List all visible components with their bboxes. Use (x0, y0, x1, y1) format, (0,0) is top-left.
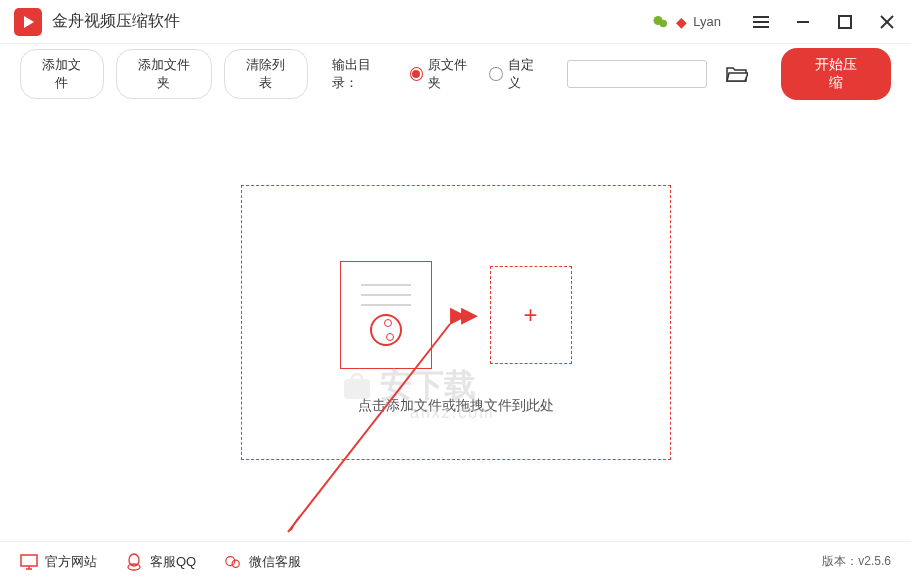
official-site-label: 官方网站 (45, 553, 97, 571)
drop-zone[interactable]: ▶▶ + 点击添加文件或拖拽文件到此处 (241, 185, 671, 460)
qq-support-label: 客服QQ (150, 553, 196, 571)
radio-icon (410, 67, 423, 81)
drop-illustration: ▶▶ + (340, 261, 572, 369)
wechat-icon (652, 13, 670, 31)
gem-icon: ◆ (676, 14, 687, 30)
plus-icon: + (523, 301, 537, 329)
user-area[interactable]: ◆ Lyan (652, 13, 721, 31)
clear-list-button[interactable]: 清除列表 (224, 49, 308, 99)
svg-marker-12 (288, 514, 308, 532)
titlebar: 金舟视频压缩软件 ◆ Lyan (0, 0, 911, 44)
svg-rect-13 (21, 555, 37, 566)
radio-icon (489, 67, 502, 81)
wechat-support-label: 微信客服 (249, 553, 301, 571)
start-compress-button[interactable]: 开始压缩 (781, 48, 891, 100)
username-label: Lyan (693, 14, 721, 29)
radio-source-folder[interactable]: 原文件夹 (410, 56, 478, 92)
drop-hint-text: 点击添加文件或拖拽文件到此处 (358, 397, 554, 415)
target-file-icon: + (490, 266, 572, 364)
maximize-button[interactable] (835, 12, 855, 32)
menu-button[interactable] (751, 12, 771, 32)
output-label: 输出目录： (332, 56, 394, 92)
output-path-input[interactable] (567, 60, 707, 88)
wechat-support-link[interactable]: 微信客服 (224, 553, 301, 571)
app-logo (14, 8, 42, 36)
radio-custom-folder[interactable]: 自定义 (489, 56, 544, 92)
official-site-link[interactable]: 官方网站 (20, 553, 97, 571)
wechat-support-icon (224, 553, 242, 571)
close-button[interactable] (877, 12, 897, 32)
arrow-icon: ▶▶ (450, 302, 472, 328)
qq-support-link[interactable]: 客服QQ (125, 553, 196, 571)
main-area: ▶▶ + 点击添加文件或拖拽文件到此处 安下载 anxz.com (0, 104, 911, 541)
radio-custom-label: 自定义 (508, 56, 545, 92)
browse-folder-button[interactable] (725, 61, 750, 87)
add-file-button[interactable]: 添加文件 (20, 49, 104, 99)
toolbar: 添加文件 添加文件夹 清除列表 输出目录： 原文件夹 自定义 开始压缩 (0, 44, 911, 104)
source-file-icon (340, 261, 432, 369)
version-label: 版本：v2.5.6 (822, 553, 891, 570)
svg-point-2 (660, 19, 668, 27)
add-folder-button[interactable]: 添加文件夹 (116, 49, 212, 99)
output-radio-group: 原文件夹 自定义 (410, 56, 545, 92)
svg-marker-0 (24, 16, 34, 28)
qq-icon (125, 553, 143, 571)
app-title: 金舟视频压缩软件 (52, 11, 180, 32)
footer: 官方网站 客服QQ 微信客服 版本：v2.5.6 (0, 541, 911, 581)
radio-source-label: 原文件夹 (428, 56, 477, 92)
svg-rect-7 (839, 16, 851, 28)
minimize-button[interactable] (793, 12, 813, 32)
monitor-icon (20, 553, 38, 571)
window-controls (751, 12, 897, 32)
svg-point-17 (128, 564, 140, 570)
